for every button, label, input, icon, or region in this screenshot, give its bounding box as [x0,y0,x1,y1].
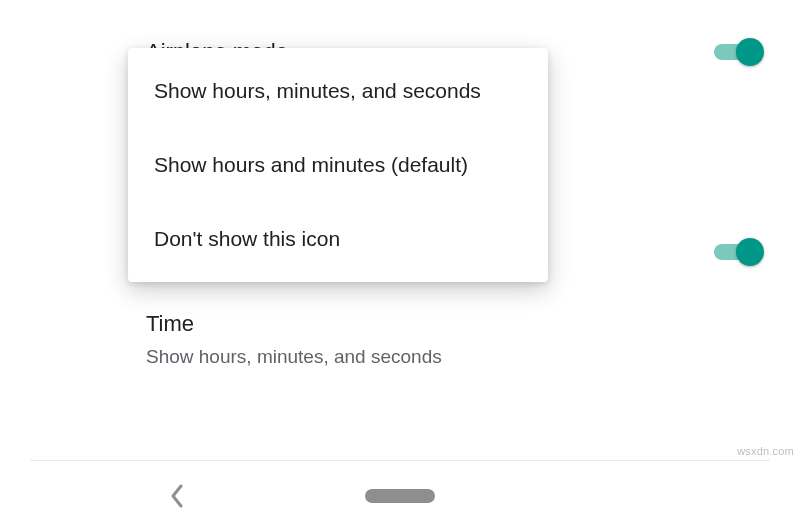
option-show-minutes-default[interactable]: Show hours and minutes (default) [128,128,548,202]
airplane-switch[interactable] [714,38,760,66]
hidden-switch[interactable] [714,238,760,266]
time-options-dialog: Show hours, minutes, and seconds Show ho… [128,48,548,282]
row-time[interactable]: Time Show hours, minutes, and seconds [146,310,760,370]
settings-screen: Airplane mode Time Show hours, minutes, … [0,0,800,531]
row-time-title: Time [146,310,760,338]
watermark: wsxdn.com [737,445,794,457]
option-show-seconds[interactable]: Show hours, minutes, and seconds [128,54,548,128]
switch-thumb [736,38,764,66]
home-pill[interactable] [365,489,435,503]
switch-thumb [736,238,764,266]
chevron-left-icon [168,482,186,510]
option-dont-show[interactable]: Don't show this icon [128,202,548,276]
row-time-subtitle: Show hours, minutes, and seconds [146,344,760,370]
back-button[interactable] [168,482,186,510]
navigation-bar [0,461,800,531]
